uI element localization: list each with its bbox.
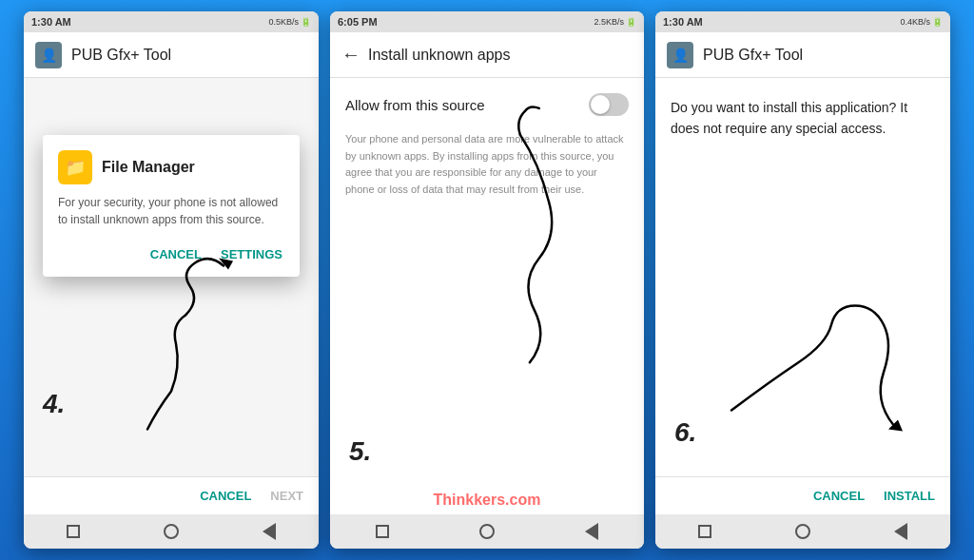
status-time-2: 6:05 PM	[338, 16, 378, 28]
status-bar-1: 1:30 AM 0.5KB/s 🔋	[24, 11, 319, 32]
allow-toggle[interactable]	[589, 93, 629, 116]
dialog-settings-button[interactable]: SETTINGS	[219, 243, 284, 265]
battery-icon-1: 🔋	[301, 17, 311, 27]
watermark-container: Thinkkers.com	[330, 486, 644, 514]
step-label-1: 4.	[43, 389, 65, 419]
triangle-icon-2	[585, 523, 598, 540]
install-confirm-content: Do you want to install this application?…	[655, 78, 950, 476]
nav-bar-2	[330, 514, 644, 549]
net-speed-2: 2.5KB/s	[594, 17, 624, 27]
install-title: Install unknown apps	[368, 47, 510, 64]
file-manager-icon: 📁	[58, 150, 92, 184]
bottom-action-bar-1: CANCEL NEXT	[24, 476, 319, 514]
nav-home-btn-1[interactable]	[161, 521, 182, 542]
app-title-3: PUB Gfx+ Tool	[703, 47, 803, 64]
bottom-cancel-button-1[interactable]: CANCEL	[200, 489, 251, 503]
triangle-icon-3	[894, 523, 907, 540]
nav-home-btn-3[interactable]	[792, 521, 813, 542]
net-speed-1: 0.5KB/s	[268, 17, 299, 27]
square-icon-3	[698, 525, 711, 538]
nav-home-btn-2[interactable]	[477, 521, 497, 542]
net-speed-3: 0.4KB/s	[900, 17, 930, 27]
battery-icon-3: 🔋	[932, 17, 943, 27]
status-bar-3: 1:30 AM 0.4KB/s 🔋	[655, 11, 950, 32]
app-icon-1: 👤	[35, 42, 62, 68]
confirm-text: Do you want to install this application?…	[671, 97, 935, 140]
nav-bar-1	[24, 514, 319, 549]
status-icons-1: 0.5KB/s 🔋	[268, 17, 311, 27]
nav-back-btn-3[interactable]	[890, 521, 911, 542]
screen-2: 6:05 PM 2.5KB/s 🔋 ← Install unknown apps…	[330, 11, 644, 549]
install-app-bar: ← Install unknown apps	[330, 32, 644, 78]
install-warning: Your phone and personal data are more vu…	[345, 131, 629, 198]
square-icon-2	[376, 525, 389, 538]
nav-square-btn-1[interactable]	[63, 521, 84, 542]
square-icon-1	[67, 525, 80, 538]
screen-3: 1:30 AM 0.4KB/s 🔋 👤 PUB Gfx+ Tool Do you…	[655, 11, 950, 549]
status-icons-3: 0.4KB/s 🔋	[900, 17, 943, 27]
circle-icon-2	[479, 524, 495, 539]
back-arrow-icon[interactable]: ←	[341, 44, 360, 66]
nav-bar-3	[655, 514, 950, 549]
status-icons-2: 2.5KB/s 🔋	[594, 17, 636, 27]
status-time-1: 1:30 AM	[31, 16, 71, 28]
dialog-body: For your security, your phone is not all…	[58, 194, 284, 228]
svg-marker-1	[888, 420, 903, 432]
triangle-icon-1	[263, 523, 276, 540]
security-dialog: 📁 File Manager For your security, your p…	[43, 135, 300, 277]
dialog-buttons: CANCEL SETTINGS	[58, 240, 284, 269]
screen-content-1: 📁 File Manager For your security, your p…	[24, 78, 319, 476]
bottom-action-bar-3: CANCEL INSTALL	[655, 476, 950, 514]
dialog-header: 📁 File Manager	[58, 150, 284, 184]
nav-square-btn-3[interactable]	[694, 521, 715, 542]
toggle-row: Allow from this source	[345, 93, 629, 116]
dialog-cancel-button[interactable]: CANCEL	[148, 243, 204, 265]
watermark: Thinkkers.com	[434, 492, 541, 508]
app-bar-1: 👤 PUB Gfx+ Tool	[24, 32, 319, 78]
app-icon-3: 👤	[667, 42, 693, 68]
bottom-cancel-button-3[interactable]: CANCEL	[813, 489, 865, 503]
app-title-1: PUB Gfx+ Tool	[71, 47, 171, 64]
circle-icon-1	[164, 524, 179, 539]
screen-1: 1:30 AM 0.5KB/s 🔋 👤 PUB Gfx+ Tool 📁 File…	[24, 11, 319, 549]
status-time-3: 1:30 AM	[663, 16, 703, 28]
circle-icon-3	[795, 524, 810, 539]
app-bar-3: 👤 PUB Gfx+ Tool	[655, 32, 950, 78]
nav-back-btn-1[interactable]	[259, 521, 280, 542]
nav-square-btn-2[interactable]	[372, 521, 393, 542]
toggle-label: Allow from this source	[345, 97, 485, 113]
bottom-install-button[interactable]: INSTALL	[884, 489, 935, 503]
step-label-3: 6.	[674, 417, 696, 448]
bottom-next-button-1: NEXT	[270, 489, 303, 503]
step-label-2: 5.	[349, 436, 371, 467]
nav-back-btn-2[interactable]	[581, 521, 602, 542]
status-bar-2: 6:05 PM 2.5KB/s 🔋	[330, 11, 644, 32]
dialog-title: File Manager	[102, 159, 195, 176]
battery-icon-2: 🔋	[626, 17, 636, 27]
install-content: Allow from this source Your phone and pe…	[330, 78, 644, 486]
toggle-thumb	[591, 95, 610, 114]
